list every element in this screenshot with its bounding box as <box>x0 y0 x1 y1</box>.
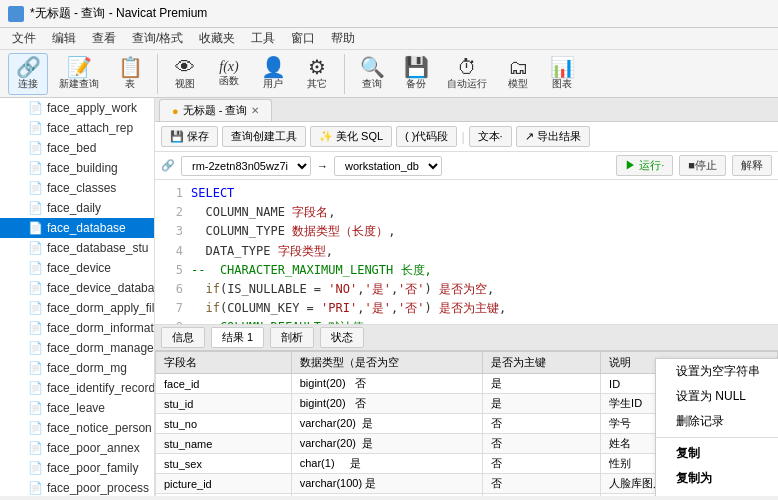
ctx-delete-record[interactable]: 删除记录 <box>656 409 778 434</box>
ctx-set-empty-string[interactable]: 设置为空字符串 <box>656 359 778 384</box>
sidebar-item-dorm-mg[interactable]: 📄face_dorm_mg <box>0 358 154 378</box>
other-button[interactable]: ⚙ 其它 <box>297 53 337 95</box>
sidebar-item-attach-rep[interactable]: 📄face_attach_rep <box>0 118 154 138</box>
query-tab-label: 无标题 - 查询 <box>183 103 248 118</box>
code-snippet-button[interactable]: ( )代码段 <box>396 126 457 147</box>
new-query-label: 新建查询 <box>59 77 99 91</box>
profiling-tab[interactable]: 剖析 <box>270 327 314 348</box>
code-editor[interactable]: 1SELECT 2 COLUMN_NAME 字段名, 3 COLUMN_TYPE… <box>155 180 778 325</box>
explain-label: 解释 <box>741 159 763 171</box>
db-bar: 🔗 rm-2zetn83n05wz7i → workstation_db ▶ 运… <box>155 152 778 180</box>
sidebar-item-classes[interactable]: 📄face_classes <box>0 178 154 198</box>
other-icon: ⚙ <box>308 57 326 77</box>
menu-item-编辑[interactable]: 编辑 <box>44 28 84 49</box>
sidebar-item-poor-annex[interactable]: 📄face_poor_annex <box>0 438 154 458</box>
run-icon: ▶ <box>625 159 636 171</box>
tab-close-button[interactable]: ✕ <box>251 105 259 116</box>
table-button[interactable]: 📋 表 <box>110 53 150 95</box>
run-button[interactable]: ▶ 运行· <box>616 155 673 176</box>
sidebar-item-dorm-apply-file[interactable]: 📄face_dorm_apply_file <box>0 298 154 318</box>
save-button[interactable]: 💾 保存 <box>161 126 218 147</box>
status-tab[interactable]: 状态 <box>320 327 364 348</box>
beautify-button[interactable]: ✨ 美化 SQL <box>310 126 392 147</box>
sidebar-item-building[interactable]: 📄face_building <box>0 158 154 178</box>
sidebar: 📄face_apply_work 📄face_attach_rep 📄face_… <box>0 98 155 496</box>
query-tab[interactable]: ● 无标题 - 查询 ✕ <box>159 99 272 121</box>
stop-button[interactable]: ■停止 <box>679 155 726 176</box>
function-button[interactable]: f(x) 函数 <box>209 56 249 92</box>
chart-button[interactable]: 📊 图表 <box>542 53 582 95</box>
menu-item-查询/格式[interactable]: 查询/格式 <box>124 28 191 49</box>
user-icon: 👤 <box>261 57 286 77</box>
new-query-button[interactable]: 📝 新建查询 <box>52 53 106 95</box>
autorun-icon: ⏱ <box>457 57 477 77</box>
query-builder-button[interactable]: 查询创建工具 <box>222 126 306 147</box>
tab-bar: ● 无标题 - 查询 ✕ <box>155 98 778 122</box>
ctx-copy-as[interactable]: 复制为 <box>656 466 778 491</box>
arrow-icon: → <box>317 160 328 172</box>
sidebar-item-poor-family[interactable]: 📄face_poor_family <box>0 458 154 478</box>
sidebar-item-dorm-information[interactable]: 📄face_dorm_informatio <box>0 318 154 338</box>
sidebar-item-database-stu[interactable]: 📄face_database_stu <box>0 238 154 258</box>
title-bar: *无标题 - 查询 - Navicat Premium <box>0 0 778 28</box>
view-label: 视图 <box>175 77 195 91</box>
export-button[interactable]: ↗ 导出结果 <box>516 126 590 147</box>
menu-item-帮助[interactable]: 帮助 <box>323 28 363 49</box>
query-button[interactable]: 🔍 查询 <box>352 53 392 95</box>
model-button[interactable]: 🗂 模型 <box>498 53 538 95</box>
sidebar-item-device-database[interactable]: 📄face_device_database <box>0 278 154 298</box>
ctx-separator-1 <box>656 437 778 438</box>
run-label: 运行· <box>639 159 664 171</box>
ctx-set-null[interactable]: 设置为 NULL <box>656 384 778 409</box>
connect-button[interactable]: 🔗 连接 <box>8 53 48 95</box>
query-tab-icon: ● <box>172 105 179 117</box>
function-icon: f(x) <box>219 60 238 74</box>
autorun-button[interactable]: ⏱ 自动运行 <box>440 53 494 95</box>
menu-item-窗口[interactable]: 窗口 <box>283 28 323 49</box>
connection-selector[interactable]: rm-2zetn83n05wz7i <box>181 156 311 176</box>
sidebar-item-database[interactable]: 📄face_database <box>0 218 154 238</box>
main-toolbar: 🔗 连接 📝 新建查询 📋 表 👁 视图 f(x) 函数 👤 用户 ⚙ 其它 🔍… <box>0 50 778 98</box>
backup-icon: 💾 <box>404 57 429 77</box>
sidebar-item-poor-process[interactable]: 📄face_poor_process <box>0 478 154 496</box>
toolbar-divider-2 <box>344 54 345 94</box>
text-label: 文本· <box>478 129 503 144</box>
info-tab[interactable]: 信息 <box>161 327 205 348</box>
menu-item-文件[interactable]: 文件 <box>4 28 44 49</box>
view-icon: 👁 <box>175 57 195 77</box>
sidebar-item-leave[interactable]: 📄face_leave <box>0 398 154 418</box>
beautify-icon: ✨ <box>319 130 333 143</box>
ctx-paste[interactable]: 粘贴 <box>656 491 778 496</box>
chart-icon: 📊 <box>550 57 575 77</box>
text-button[interactable]: 文本· <box>469 126 512 147</box>
backup-button[interactable]: 💾 备份 <box>396 53 436 95</box>
menu-item-查看[interactable]: 查看 <box>84 28 124 49</box>
explain-button[interactable]: 解释 <box>732 155 772 176</box>
table-icon: 📋 <box>118 57 143 77</box>
user-button[interactable]: 👤 用户 <box>253 53 293 95</box>
menu-item-收藏夹[interactable]: 收藏夹 <box>191 28 243 49</box>
model-icon: 🗂 <box>508 57 528 77</box>
app-icon <box>8 6 24 22</box>
results-tab-bar: 信息 结果 1 剖析 状态 <box>155 325 778 351</box>
ctx-copy[interactable]: 复制 <box>656 441 778 466</box>
sidebar-item-daily[interactable]: 📄face_daily <box>0 198 154 218</box>
export-label: 导出结果 <box>537 129 581 144</box>
view-button[interactable]: 👁 视图 <box>165 53 205 95</box>
sidebar-item-apply-work[interactable]: 📄face_apply_work <box>0 98 154 118</box>
backup-label: 备份 <box>406 77 426 91</box>
query-toolbar: 💾 保存 查询创建工具 ✨ 美化 SQL ( )代码段 | 文本· ↗ 导出结果 <box>155 122 778 152</box>
qt-separator: | <box>461 130 464 144</box>
table-label: 表 <box>125 77 135 91</box>
toolbar-divider-1 <box>157 54 158 94</box>
sidebar-item-identify-record[interactable]: 📄face_identify_record <box>0 378 154 398</box>
new-query-icon: 📝 <box>67 57 92 77</box>
sidebar-item-device[interactable]: 📄face_device <box>0 258 154 278</box>
sidebar-item-bed[interactable]: 📄face_bed <box>0 138 154 158</box>
menu-item-工具[interactable]: 工具 <box>243 28 283 49</box>
title-text: *无标题 - 查询 - Navicat Premium <box>30 5 207 22</box>
sidebar-item-notice-person[interactable]: 📄face_notice_person <box>0 418 154 438</box>
sidebar-item-dorm-manager[interactable]: 📄face_dorm_manager <box>0 338 154 358</box>
database-selector[interactable]: workstation_db <box>334 156 442 176</box>
result-1-tab[interactable]: 结果 1 <box>211 327 264 348</box>
